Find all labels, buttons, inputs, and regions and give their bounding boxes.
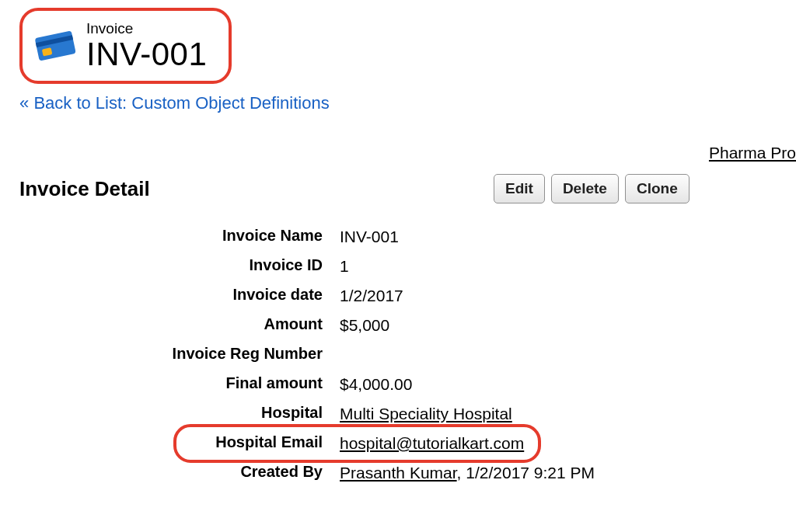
field-label: Hospital Email	[19, 433, 340, 451]
hospital-email-link[interactable]: hospital@tutorialkart.com	[340, 434, 524, 452]
clone-button[interactable]: Clone	[625, 174, 690, 203]
field-label: Hospital	[19, 404, 340, 422]
field-label: Amount	[19, 315, 340, 333]
field-label: Invoice ID	[19, 256, 340, 274]
back-to-list-link[interactable]: Back to List: Custom Object Definitions	[33, 93, 329, 113]
record-name: INV-001	[86, 36, 207, 73]
header-highlight-box: Invoice INV-001	[19, 8, 232, 84]
created-by-time: , 1/2/2017 9:21 PM	[457, 464, 595, 482]
field-label: Invoice date	[19, 286, 340, 304]
field-value: $4,000.00	[340, 373, 412, 394]
created-by-link[interactable]: Prasanth Kumar	[340, 464, 457, 482]
object-label: Invoice	[86, 20, 207, 37]
field-label: Created By	[19, 463, 340, 481]
edit-button[interactable]: Edit	[494, 174, 545, 203]
hospital-link[interactable]: Multi Speciality Hospital	[340, 405, 512, 422]
field-label: Invoice Reg Number	[19, 345, 340, 363]
field-value: 1	[340, 255, 349, 276]
pharma-pro-link[interactable]: Pharma Pro	[709, 144, 796, 162]
field-label: Invoice Name	[19, 227, 340, 245]
field-value: 1/2/2017	[340, 284, 403, 305]
field-label: Final amount	[19, 374, 340, 392]
field-value: INV-001	[340, 225, 399, 246]
breadcrumb: « Back to List: Custom Object Definition…	[19, 93, 796, 113]
field-value: $5,000	[340, 314, 389, 335]
chevron-left-icon: «	[19, 93, 29, 113]
delete-button[interactable]: Delete	[551, 174, 619, 203]
invoice-card-icon	[32, 28, 79, 65]
section-title: Invoice Detail	[19, 177, 494, 201]
